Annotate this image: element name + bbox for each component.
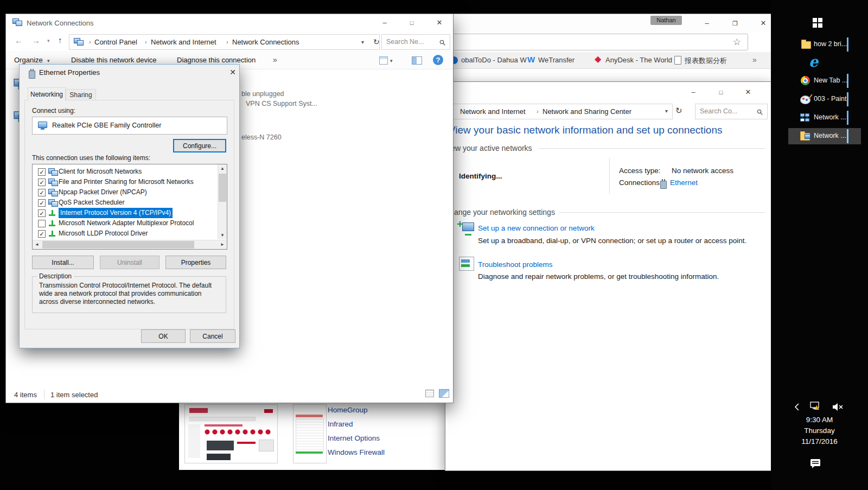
breadcrumb-segment[interactable]: Network and Internet: [151, 38, 216, 46]
taskbar-item-chrome[interactable]: New Tab ...: [771, 73, 868, 89]
explorer-minimize-button[interactable]: –: [375, 17, 394, 29]
profile-badge[interactable]: Nathan: [650, 16, 682, 25]
browser-minimize-button[interactable]: –: [698, 17, 716, 29]
scroll-left-icon[interactable]: ◄: [33, 240, 41, 249]
horizontal-scrollbar[interactable]: ◄ ►: [33, 240, 227, 249]
item-checkbox[interactable]: ✓: [38, 179, 46, 186]
sharing-search-box[interactable]: Search Co...: [695, 104, 768, 119]
dialog-close-icon[interactable]: ✕: [226, 68, 239, 79]
browser-close-button[interactable]: ✕: [754, 17, 773, 29]
browser-restore-button[interactable]: ❐: [726, 17, 744, 29]
taskbar-item-network-connections-active[interactable]: Network ...: [788, 128, 861, 144]
address-omnibox[interactable]: ☆: [448, 34, 748, 50]
webpage-thumbnail[interactable]: [184, 404, 278, 463]
breadcrumb-segment[interactable]: Network and Internet: [460, 107, 526, 116]
item-label[interactable]: File and Printer Sharing for Microsoft N…: [59, 177, 194, 187]
taskbar-item-network-center[interactable]: Network ...: [771, 110, 868, 126]
bookmark-item[interactable]: obalToDo - Dahua W: [461, 56, 527, 64]
item-checkbox[interactable]: ✓: [38, 189, 46, 196]
item-checkbox[interactable]: [38, 220, 46, 227]
search-icon[interactable]: [757, 108, 763, 118]
item-checkbox[interactable]: ✓: [38, 230, 46, 238]
scrollbar-thumb[interactable]: [42, 241, 194, 249]
taskbar-item-internet-explorer[interactable]: e: [771, 54, 868, 71]
cp-link-windows-firewall[interactable]: Windows Firewall: [328, 448, 385, 456]
breadcrumb-segment[interactable]: Network and Sharing Center: [542, 107, 631, 116]
cp-link-internet-options[interactable]: Internet Options: [328, 434, 380, 442]
connection-items-listbox[interactable]: ✓ Client for Microsoft Networks ✓ File a…: [32, 164, 227, 250]
configure-button[interactable]: Configure...: [173, 139, 226, 152]
organize-menu[interactable]: Organize: [14, 56, 43, 64]
scroll-right-icon[interactable]: ►: [218, 240, 227, 249]
cp-link-infrared[interactable]: Infrared: [328, 420, 353, 428]
refresh-icon[interactable]: ↻: [675, 106, 682, 116]
taskbar-clock-time[interactable]: 9:30 AM: [771, 416, 868, 424]
sharing-address-bar[interactable]: Network and Internet › Network and Shari…: [449, 104, 673, 119]
item-checkbox[interactable]: ✓: [38, 168, 46, 176]
forward-icon[interactable]: →: [32, 36, 40, 45]
network-status-warning-icon[interactable]: !: [809, 401, 822, 414]
up-icon[interactable]: ↑: [58, 35, 62, 44]
bookmark-star-icon[interactable]: ☆: [733, 36, 741, 48]
scrollbar-thumb[interactable]: [219, 174, 226, 202]
chevron-down-icon[interactable]: ▾: [665, 108, 668, 114]
item-checkbox[interactable]: ✓: [38, 209, 46, 217]
explorer-address-bar[interactable]: › Control Panel › Network and Internet ›…: [69, 34, 380, 50]
chevron-down-icon[interactable]: ▾: [361, 39, 364, 45]
item-checkbox[interactable]: ✓: [38, 199, 46, 207]
details-layout-icon[interactable]: [425, 390, 434, 397]
tray-expand-chevron-icon[interactable]: [794, 403, 800, 413]
refresh-icon[interactable]: ↻: [373, 37, 380, 46]
disable-device-command[interactable]: Disable this network device: [71, 56, 157, 64]
item-label[interactable]: QoS Packet Scheduler: [59, 198, 124, 208]
ethernet-link[interactable]: Ethernet: [670, 179, 698, 187]
setup-connection-link[interactable]: Set up a new connection or network: [478, 224, 595, 232]
bookmark-item[interactable]: AnyDesk - The World: [605, 56, 672, 64]
tab-networking[interactable]: Networking: [28, 87, 66, 101]
search-icon[interactable]: [439, 39, 446, 48]
bookmark-item[interactable]: 报表数据分析: [685, 56, 727, 66]
item-label[interactable]: Npcap Packet Driver (NPCAP): [59, 187, 147, 198]
scroll-down-icon[interactable]: ▼: [218, 231, 227, 239]
taskbar-item-folder[interactable]: how 2 bri...: [771, 36, 868, 53]
sharing-maximize-button[interactable]: □: [712, 86, 730, 98]
sharing-close-button[interactable]: ✕: [739, 86, 757, 98]
view-chevron-icon[interactable]: ▾: [390, 58, 393, 63]
uninstall-button[interactable]: Uninstall: [100, 256, 159, 269]
explorer-search-box[interactable]: Search Ne...: [381, 34, 450, 50]
help-icon[interactable]: ?: [433, 55, 443, 65]
cp-link-homegroup[interactable]: HomeGroup: [328, 406, 368, 414]
taskbar-item-paint[interactable]: 003 - Paint: [771, 91, 868, 107]
volume-muted-icon[interactable]: [832, 403, 844, 413]
bookmarks-overflow[interactable]: »: [752, 55, 757, 64]
install-button[interactable]: Install...: [32, 256, 94, 269]
taskbar-clock-weekday[interactable]: Thursday: [771, 427, 868, 435]
ok-button[interactable]: OK: [141, 329, 186, 343]
preview-pane-icon[interactable]: [412, 56, 422, 65]
back-icon[interactable]: ←: [15, 36, 23, 45]
explorer-maximize-button[interactable]: □: [403, 17, 421, 29]
tab-sharing[interactable]: Sharing: [66, 89, 96, 101]
webpage-thumbnail[interactable]: [293, 404, 327, 463]
item-label[interactable]: Internet Protocol Version 4 (TCP/IPv4): [59, 208, 173, 218]
item-label[interactable]: Microsoft Network Adapter Multiplexor Pr…: [59, 218, 194, 228]
details-view-icon[interactable]: [379, 56, 388, 65]
item-label[interactable]: Client for Microsoft Networks: [59, 167, 142, 177]
diagnose-command[interactable]: Diagnose this connection: [177, 56, 256, 64]
explorer-close-button[interactable]: ✕: [430, 17, 449, 29]
breadcrumb-segment[interactable]: Network Connections: [232, 38, 299, 46]
history-chevron-icon[interactable]: ▾: [47, 38, 50, 43]
breadcrumb-segment[interactable]: Control Panel: [94, 38, 137, 46]
action-center-icon[interactable]: [810, 459, 822, 471]
thumbnail-layout-icon[interactable]: [439, 389, 449, 398]
toolbar-overflow[interactable]: »: [273, 55, 277, 64]
vertical-scrollbar[interactable]: ▲ ▼: [218, 164, 227, 239]
cancel-button[interactable]: Cancel: [190, 329, 235, 343]
bookmark-item[interactable]: WeTransfer: [538, 56, 575, 64]
sharing-minimize-button[interactable]: –: [684, 86, 703, 98]
scroll-up-icon[interactable]: ▲: [218, 164, 227, 173]
start-button[interactable]: [813, 18, 822, 28]
properties-button[interactable]: Properties: [165, 256, 226, 269]
taskbar-clock-date[interactable]: 11/17/2016: [771, 437, 868, 446]
item-label[interactable]: Microsoft LLDP Protocol Driver: [59, 228, 148, 239]
